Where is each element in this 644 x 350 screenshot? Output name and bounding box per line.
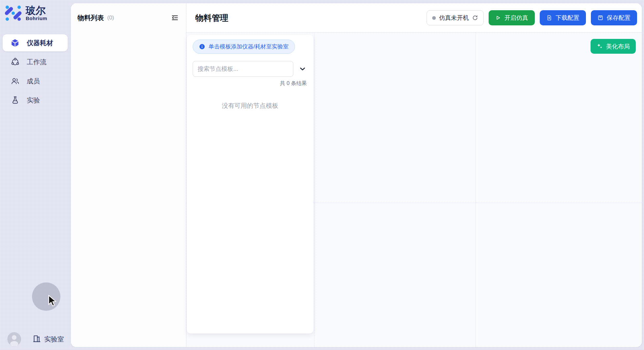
materials-count: (0) — [107, 15, 114, 21]
lab-label: 实验室 — [44, 335, 64, 344]
material-management-section: 物料管理 仿真未开机 — [186, 3, 642, 347]
sidebar-nav: 仪器耗材 工作流 成员 — [3, 34, 68, 109]
panel-divider — [186, 3, 186, 347]
sparkles-icon — [596, 43, 603, 49]
sidebar-item-experiment[interactable]: 实验 — [3, 92, 68, 109]
building-icon — [32, 334, 41, 344]
brand-name-zh: 玻尔 — [26, 5, 47, 16]
main-header: 物料管理 仿真未开机 — [186, 3, 642, 32]
canvas-grid-line — [314, 32, 314, 347]
file-download-icon — [546, 15, 552, 21]
main-card: 物料列表 (0) 物料管理 仿真未开机 — [71, 3, 642, 347]
save-icon — [597, 15, 603, 21]
materials-panel: 物料列表 (0) — [71, 3, 186, 347]
results-count: 共 0 条结果 — [193, 80, 307, 87]
sidebar-item-instruments[interactable]: 仪器耗材 — [3, 34, 68, 51]
sidebar-item-label: 仪器耗材 — [27, 39, 53, 47]
beautify-layout-button[interactable]: 美化布局 — [591, 39, 636, 54]
sidebar-item-label: 工作流 — [27, 58, 47, 67]
hint-banner: 单击模板添加仪器/耗材至实验室 — [193, 40, 295, 54]
play-icon — [495, 15, 501, 21]
download-config-button[interactable]: 下载配置 — [540, 10, 586, 25]
status-dot-icon — [432, 16, 436, 20]
sidebar-item-label: 成员 — [27, 77, 40, 86]
node-template-panel: 单击模板添加仪器/耗材至实验室 共 0 条结果 没有可用的节点模板 — [187, 35, 313, 334]
canvas-grid-line — [475, 32, 476, 347]
info-icon — [199, 44, 205, 50]
brand-name-en: Bohrium — [26, 15, 47, 21]
refresh-icon[interactable] — [472, 15, 478, 21]
sidebar-item-members[interactable]: 成员 — [3, 73, 68, 90]
hint-text: 单击模板添加仪器/耗材至实验室 — [209, 43, 289, 50]
workflow-icon — [11, 58, 19, 67]
materials-panel-title: 物料列表 — [78, 14, 104, 22]
simulation-status-pill: 仿真未开机 — [427, 10, 484, 25]
sidebar-item-workflow[interactable]: 工作流 — [3, 53, 68, 71]
flow-canvas[interactable]: 美化布局 单击模板添加仪器/耗材至实验室 — [186, 32, 642, 347]
lab-switcher[interactable]: 实验室 — [32, 334, 64, 344]
header-divider — [186, 32, 642, 33]
simulation-status-label: 仿真未开机 — [439, 14, 469, 22]
start-simulation-button[interactable]: 开启仿真 — [489, 10, 535, 25]
search-template-input[interactable] — [193, 61, 293, 77]
bohrium-logo-icon — [5, 5, 22, 22]
empty-templates-message: 没有可用的节点模板 — [193, 102, 307, 110]
save-config-button[interactable]: 保存配置 — [591, 10, 637, 25]
user-avatar[interactable] — [7, 332, 21, 346]
chevron-down-icon[interactable] — [298, 64, 307, 74]
mouse-cursor — [47, 295, 58, 309]
flask-icon — [11, 96, 19, 105]
members-icon — [11, 77, 19, 86]
brand-logo: 玻尔 Bohrium — [0, 0, 71, 22]
cube-icon — [11, 39, 19, 47]
collapse-panel-button[interactable] — [170, 13, 179, 22]
page-title: 物料管理 — [195, 13, 228, 23]
sidebar-item-label: 实验 — [27, 96, 40, 105]
